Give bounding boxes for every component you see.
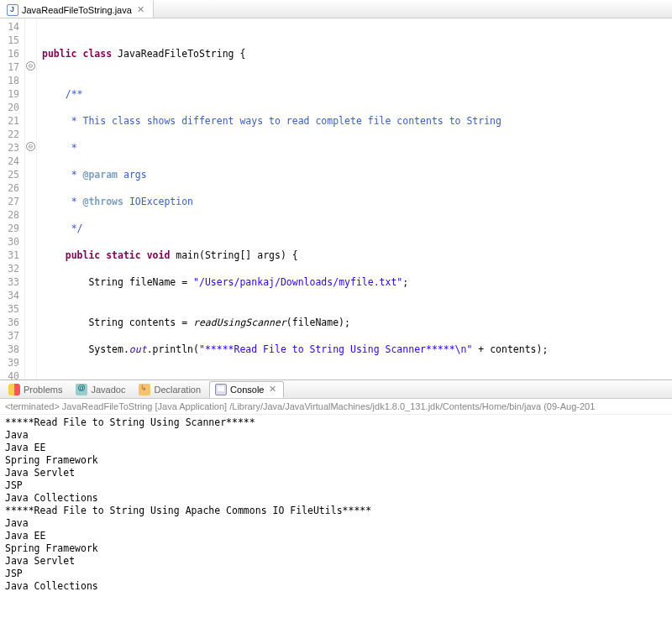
tab-console[interactable]: Console ✕: [209, 381, 284, 398]
editor-tab[interactable]: JavaReadFileToString.java ✕: [0, 0, 154, 18]
editor-tabbar: JavaReadFileToString.java ✕: [0, 0, 672, 18]
console-header: <terminated> JavaReadFileToString [Java …: [0, 399, 672, 415]
editor-tab-label: JavaReadFileToString.java: [22, 5, 132, 15]
editor-body[interactable]: 1415161718192021222324252627282930313233…: [0, 18, 672, 380]
fold-toggle[interactable]: ⊖: [26, 142, 35, 151]
fold-column: ⊖⊖: [25, 18, 37, 380]
tab-problems-label: Problems: [24, 385, 62, 395]
close-icon[interactable]: ✕: [267, 384, 278, 395]
tab-javadoc-label: Javadoc: [91, 385, 125, 395]
declaration-icon: [139, 384, 150, 395]
problems-icon: [8, 384, 20, 395]
close-icon[interactable]: ✕: [135, 4, 146, 15]
tab-problems[interactable]: Problems: [3, 382, 67, 397]
code-area[interactable]: public class JavaReadFileToString { /** …: [37, 18, 664, 380]
java-file-icon: [7, 4, 18, 16]
javadoc-icon: [76, 384, 87, 395]
views-pane: Problems Javadoc Declaration Console ✕ <…: [0, 380, 672, 623]
tab-javadoc[interactable]: Javadoc: [71, 382, 130, 397]
workbench: JavaReadFileToString.java ✕ 141516171819…: [0, 0, 672, 623]
editor-pane: JavaReadFileToString.java ✕ 141516171819…: [0, 0, 672, 380]
tab-console-label: Console: [230, 385, 264, 395]
views-tabbar: Problems Javadoc Declaration Console ✕: [0, 380, 672, 399]
line-gutter: 1415161718192021222324252627282930313233…: [0, 18, 25, 380]
tab-declaration[interactable]: Declaration: [134, 382, 206, 397]
tab-declaration-label: Declaration: [154, 385, 201, 395]
console-output[interactable]: *****Read File to String Using Scanner**…: [0, 415, 672, 594]
console-icon: [215, 384, 227, 395]
fold-toggle[interactable]: ⊖: [26, 61, 35, 71]
